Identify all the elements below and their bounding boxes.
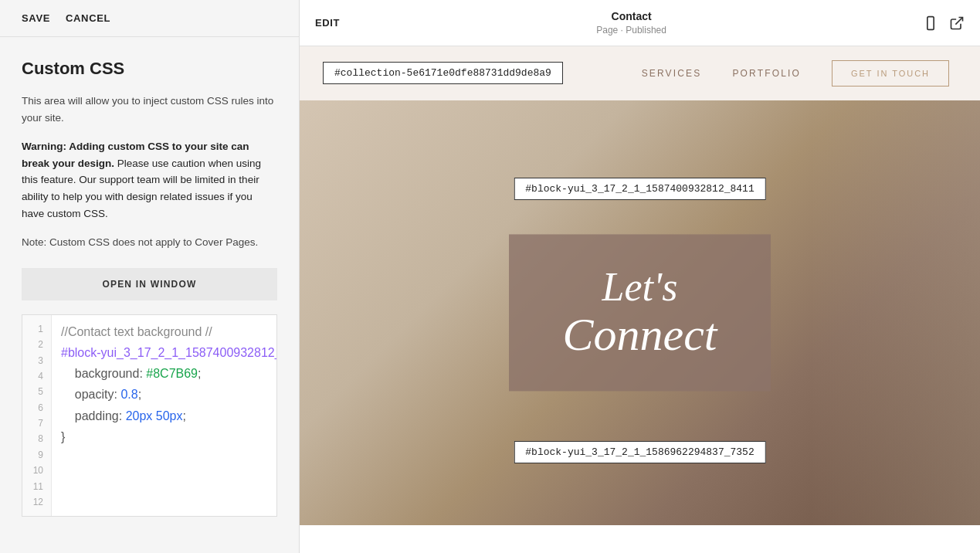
hero-text-lets: Let's: [563, 265, 717, 309]
panel-description: This area will allow you to inject custo…: [22, 93, 277, 126]
page-title-label: Contact: [596, 10, 666, 22]
code-text-area[interactable]: //Contact text background // #block-yui_…: [52, 315, 276, 517]
mobile-icon: [923, 15, 938, 31]
mobile-view-button[interactable]: [923, 15, 938, 31]
nav-link-services[interactable]: SERVICES: [642, 68, 702, 79]
panel-warning: Warning: Adding custom CSS to your site …: [22, 138, 277, 222]
page-status: Page · Published: [596, 25, 666, 36]
floral-decoration: [810, 100, 980, 525]
panel-title: Custom CSS: [22, 59, 277, 79]
nav-link-portfolio[interactable]: PORTFOLIO: [732, 68, 801, 79]
site-nav: #collection-5e6171e0dfe88731dd9de8a9 ARO…: [300, 46, 980, 100]
code-editor[interactable]: 1 2 3 4 5 6 7 8 9 10 11 12 //Contact tex…: [22, 314, 277, 517]
left-panel: SAVE CANCEL Custom CSS This area will al…: [0, 0, 300, 553]
nav-cta-button[interactable]: GET IN TOUCH: [832, 60, 949, 87]
hero-text-connect: Connect: [563, 310, 717, 361]
save-button[interactable]: SAVE: [22, 12, 50, 24]
site-nav-links: SERVICES PORTFOLIO GET IN TOUCH: [642, 60, 949, 87]
cancel-button[interactable]: CANCEL: [66, 12, 110, 24]
open-in-window-button[interactable]: OPEN IN WINDOW: [22, 268, 277, 300]
hero-area: #block-yui_3_17_2_1_1587400932812_8411 L…: [300, 100, 980, 525]
block1-tooltip: #block-yui_3_17_2_1_1587400932812_8411: [514, 178, 765, 200]
panel-note: Note: Custom CSS does not apply to Cover…: [22, 234, 277, 251]
right-panel: EDIT Contact Page · Published: [300, 0, 980, 553]
top-actions-bar: SAVE CANCEL: [0, 0, 299, 37]
website-preview: #collection-5e6171e0dfe88731dd9de8a9 ARO…: [300, 46, 980, 553]
hero-text-overlay: Let's Connect: [509, 234, 771, 391]
external-link-button[interactable]: [949, 15, 965, 31]
header-icons: [923, 15, 965, 31]
panel-content: Custom CSS This area will allow you to i…: [0, 37, 299, 553]
svg-rect-0: [927, 16, 934, 29]
edit-button[interactable]: EDIT: [315, 17, 340, 29]
block2-tooltip: #block-yui_3_17_2_1_1586962294837_7352: [514, 441, 765, 463]
page-info: Contact Page · Published: [596, 10, 666, 36]
external-link-icon: [949, 15, 965, 31]
preview-header: EDIT Contact Page · Published: [300, 0, 980, 46]
collection-tooltip: #collection-5e6171e0dfe88731dd9de8a9: [323, 62, 563, 84]
line-numbers: 1 2 3 4 5 6 7 8 9 10 11 12: [22, 315, 52, 517]
svg-line-2: [955, 17, 962, 24]
